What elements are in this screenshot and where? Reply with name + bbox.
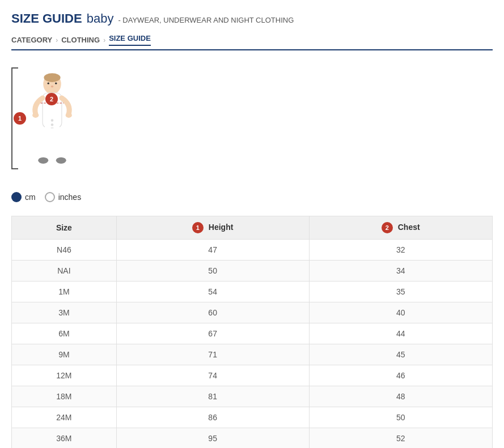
cell-chest: 50 bbox=[309, 407, 493, 428]
svg-point-8 bbox=[38, 157, 48, 163]
size-table: Size 1 Height 2 Chest N46 47 32 NAI 50 3… bbox=[11, 216, 493, 448]
cell-chest: 34 bbox=[309, 261, 493, 281]
inches-radio[interactable] bbox=[45, 192, 55, 202]
table-row: NAI 50 34 bbox=[12, 261, 493, 281]
svg-point-4 bbox=[51, 86, 54, 87]
breadcrumb-size-guide[interactable]: SIZE GUIDE bbox=[109, 34, 151, 46]
table-row: 6M 67 44 bbox=[12, 323, 493, 344]
cell-height: 95 bbox=[116, 428, 309, 449]
cell-height: 81 bbox=[116, 386, 309, 407]
cell-chest: 44 bbox=[309, 323, 493, 344]
baby-svg bbox=[24, 72, 81, 174]
cell-size: 3M bbox=[12, 302, 117, 323]
category-label: baby bbox=[87, 11, 114, 26]
cell-height: 60 bbox=[116, 302, 309, 323]
cell-height: 74 bbox=[116, 365, 309, 386]
svg-point-11 bbox=[51, 123, 54, 126]
baby-figure: 1 2 bbox=[24, 72, 81, 176]
cell-size: NAI bbox=[12, 261, 117, 281]
cell-height: 67 bbox=[116, 323, 309, 344]
table-row: 1M 54 35 bbox=[12, 281, 493, 302]
cell-size: 36M bbox=[12, 428, 117, 449]
cell-chest: 35 bbox=[309, 281, 493, 302]
unit-toggle: cm inches bbox=[11, 192, 493, 202]
table-row: N46 47 32 bbox=[12, 240, 493, 261]
breadcrumb-arrow-1: › bbox=[56, 36, 58, 44]
cell-height: 47 bbox=[116, 240, 309, 261]
cell-chest: 48 bbox=[309, 386, 493, 407]
cell-height: 71 bbox=[116, 344, 309, 365]
table-row: 24M 86 50 bbox=[12, 407, 493, 428]
cell-size: 24M bbox=[12, 407, 117, 428]
cm-option[interactable]: cm bbox=[11, 192, 36, 202]
col-header-size: Size bbox=[12, 216, 117, 240]
table-header-row: Size 1 Height 2 Chest bbox=[12, 216, 493, 240]
breadcrumb-clothing[interactable]: CLOTHING bbox=[61, 36, 100, 44]
table-row: 18M 81 48 bbox=[12, 386, 493, 407]
cell-chest: 40 bbox=[309, 302, 493, 323]
cell-size: N46 bbox=[12, 240, 117, 261]
measurement-dot-1: 1 bbox=[14, 112, 26, 125]
height-icon: 1 bbox=[192, 222, 204, 233]
table-row: 36M 95 52 bbox=[12, 428, 493, 449]
cell-height: 50 bbox=[116, 261, 309, 281]
cell-height: 54 bbox=[116, 281, 309, 302]
cell-chest: 46 bbox=[309, 365, 493, 386]
svg-point-9 bbox=[56, 157, 66, 163]
cell-chest: 32 bbox=[309, 240, 493, 261]
table-row: 3M 60 40 bbox=[12, 302, 493, 323]
cell-size: 1M bbox=[12, 281, 117, 302]
svg-point-1 bbox=[44, 73, 60, 82]
measurement-dot-2: 2 bbox=[45, 93, 58, 105]
cell-chest: 45 bbox=[309, 344, 493, 365]
svg-point-2 bbox=[48, 82, 49, 84]
inches-option[interactable]: inches bbox=[45, 192, 81, 202]
svg-point-10 bbox=[51, 119, 54, 122]
size-guide-heading: SIZE GUIDE bbox=[11, 11, 82, 26]
table-row: 12M 74 46 bbox=[12, 365, 493, 386]
svg-point-6 bbox=[32, 112, 39, 117]
cell-size: 12M bbox=[12, 365, 117, 386]
cm-label: cm bbox=[25, 193, 36, 202]
svg-point-3 bbox=[55, 82, 57, 84]
chest-icon: 2 bbox=[382, 222, 393, 233]
measurement-section: 1 2 bbox=[11, 67, 493, 181]
inches-label: inches bbox=[58, 193, 81, 202]
page-wrapper: SIZE GUIDE baby - DAYWEAR, UNDERWEAR AND… bbox=[0, 0, 504, 448]
cell-size: 18M bbox=[12, 386, 117, 407]
table-row: 9M 71 45 bbox=[12, 344, 493, 365]
cm-radio[interactable] bbox=[11, 192, 22, 202]
subtitle-text: - DAYWEAR, UNDERWEAR AND NIGHT CLOTHING bbox=[118, 16, 294, 24]
col-header-chest: 2 Chest bbox=[309, 216, 493, 240]
svg-point-7 bbox=[66, 112, 72, 117]
breadcrumb-category[interactable]: CATEGORY bbox=[11, 36, 52, 44]
breadcrumb-arrow-2: › bbox=[103, 36, 105, 44]
cell-size: 6M bbox=[12, 323, 117, 344]
cell-chest: 52 bbox=[309, 428, 493, 449]
col-header-height: 1 Height bbox=[116, 216, 309, 240]
cell-size: 9M bbox=[12, 344, 117, 365]
measurement-diagram: 1 2 bbox=[11, 67, 102, 181]
breadcrumb: CATEGORY › CLOTHING › SIZE GUIDE bbox=[11, 34, 493, 50]
page-title-section: SIZE GUIDE baby - DAYWEAR, UNDERWEAR AND… bbox=[11, 11, 493, 26]
cell-height: 86 bbox=[116, 407, 309, 428]
